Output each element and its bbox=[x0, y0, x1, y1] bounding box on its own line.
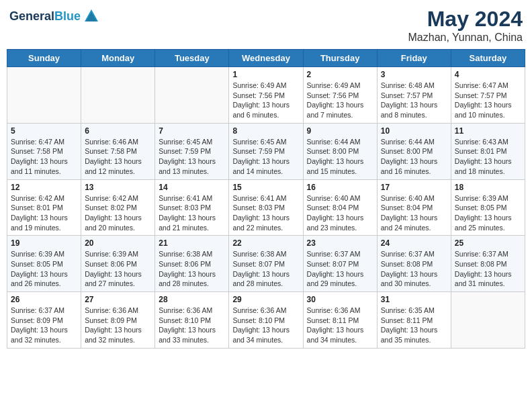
day-info: Sunrise: 6:49 AM Sunset: 7:56 PM Dayligh… bbox=[232, 81, 299, 120]
calendar-day-cell: 29Sunrise: 6:36 AM Sunset: 8:10 PM Dayli… bbox=[229, 292, 303, 349]
day-number: 31 bbox=[381, 295, 447, 304]
calendar-week-row: 12Sunrise: 6:42 AM Sunset: 8:01 PM Dayli… bbox=[7, 179, 525, 236]
calendar-day-cell: 13Sunrise: 6:42 AM Sunset: 8:02 PM Dayli… bbox=[81, 179, 155, 236]
weekday-header: Wednesday bbox=[229, 50, 303, 67]
day-info: Sunrise: 6:42 AM Sunset: 8:02 PM Dayligh… bbox=[85, 193, 151, 233]
day-info: Sunrise: 6:35 AM Sunset: 8:11 PM Dayligh… bbox=[381, 306, 447, 345]
day-number: 1 bbox=[232, 70, 299, 79]
logo-text: GeneralBlue bbox=[9, 10, 81, 22]
calendar-day-cell: 14Sunrise: 6:41 AM Sunset: 8:03 PM Dayli… bbox=[155, 179, 229, 236]
calendar-day-cell: 11Sunrise: 6:43 AM Sunset: 8:01 PM Dayli… bbox=[451, 123, 525, 179]
day-number: 22 bbox=[232, 238, 299, 248]
calendar-day-cell: 23Sunrise: 6:37 AM Sunset: 8:07 PM Dayli… bbox=[303, 236, 377, 292]
main-title: May 2024 bbox=[408, 7, 523, 32]
day-info: Sunrise: 6:44 AM Sunset: 8:00 PM Dayligh… bbox=[381, 137, 447, 177]
day-info: Sunrise: 6:36 AM Sunset: 8:10 PM Dayligh… bbox=[232, 306, 299, 345]
calendar-header-row: SundayMondayTuesdayWednesdayThursdayFrid… bbox=[7, 50, 525, 67]
day-info: Sunrise: 6:45 AM Sunset: 7:59 PM Dayligh… bbox=[159, 137, 225, 177]
day-number: 3 bbox=[381, 70, 447, 79]
weekday-header: Saturday bbox=[451, 50, 525, 67]
calendar-day-cell: 15Sunrise: 6:41 AM Sunset: 8:03 PM Dayli… bbox=[229, 179, 303, 236]
day-number: 13 bbox=[85, 183, 151, 192]
calendar-day-cell: 26Sunrise: 6:37 AM Sunset: 8:09 PM Dayli… bbox=[7, 292, 81, 349]
day-number: 19 bbox=[11, 238, 77, 248]
calendar-day-cell: 21Sunrise: 6:38 AM Sunset: 8:06 PM Dayli… bbox=[155, 236, 229, 292]
day-info: Sunrise: 6:39 AM Sunset: 8:06 PM Dayligh… bbox=[85, 249, 151, 289]
day-number: 27 bbox=[85, 295, 151, 304]
day-info: Sunrise: 6:46 AM Sunset: 7:58 PM Dayligh… bbox=[85, 137, 151, 177]
weekday-header: Thursday bbox=[303, 50, 377, 67]
page-header: GeneralBlue May 2024 Mazhan, Yunnan, Chi… bbox=[7, 7, 525, 44]
weekday-header: Sunday bbox=[7, 50, 81, 67]
calendar-day-cell: 12Sunrise: 6:42 AM Sunset: 8:01 PM Dayli… bbox=[7, 179, 81, 236]
day-number: 24 bbox=[381, 238, 447, 248]
calendar-day-cell: 30Sunrise: 6:36 AM Sunset: 8:11 PM Dayli… bbox=[303, 292, 377, 349]
calendar-day-cell: 27Sunrise: 6:36 AM Sunset: 8:09 PM Dayli… bbox=[81, 292, 155, 349]
calendar-table: SundayMondayTuesdayWednesdayThursdayFrid… bbox=[7, 49, 525, 349]
day-info: Sunrise: 6:39 AM Sunset: 8:05 PM Dayligh… bbox=[455, 193, 521, 233]
calendar-day-cell: 17Sunrise: 6:40 AM Sunset: 8:04 PM Dayli… bbox=[377, 179, 451, 236]
day-number: 21 bbox=[159, 238, 225, 248]
calendar-day-cell: 31Sunrise: 6:35 AM Sunset: 8:11 PM Dayli… bbox=[377, 292, 451, 349]
calendar-week-row: 5Sunrise: 6:47 AM Sunset: 7:58 PM Daylig… bbox=[7, 123, 525, 179]
calendar-day-cell: 20Sunrise: 6:39 AM Sunset: 8:06 PM Dayli… bbox=[81, 236, 155, 292]
day-number: 23 bbox=[307, 238, 373, 248]
weekday-header: Monday bbox=[81, 50, 155, 67]
calendar-day-cell: 19Sunrise: 6:39 AM Sunset: 8:05 PM Dayli… bbox=[7, 236, 81, 292]
day-number: 29 bbox=[232, 295, 299, 304]
day-number: 8 bbox=[232, 126, 299, 136]
day-number: 7 bbox=[159, 126, 225, 136]
day-number: 18 bbox=[455, 183, 521, 192]
calendar-day-cell: 4Sunrise: 6:47 AM Sunset: 7:57 PM Daylig… bbox=[451, 67, 525, 124]
sub-title: Mazhan, Yunnan, China bbox=[408, 32, 523, 44]
day-number: 28 bbox=[159, 295, 225, 304]
day-number: 9 bbox=[307, 126, 373, 136]
day-number: 20 bbox=[85, 238, 151, 248]
day-info: Sunrise: 6:36 AM Sunset: 8:09 PM Dayligh… bbox=[85, 306, 151, 345]
calendar-day-cell: 2Sunrise: 6:49 AM Sunset: 7:56 PM Daylig… bbox=[303, 67, 377, 124]
calendar-day-cell bbox=[451, 292, 525, 349]
day-info: Sunrise: 6:38 AM Sunset: 8:07 PM Dayligh… bbox=[232, 249, 299, 289]
day-number: 6 bbox=[85, 126, 151, 136]
day-number: 14 bbox=[159, 183, 225, 192]
calendar-week-row: 1Sunrise: 6:49 AM Sunset: 7:56 PM Daylig… bbox=[7, 67, 525, 124]
calendar-day-cell: 6Sunrise: 6:46 AM Sunset: 7:58 PM Daylig… bbox=[81, 123, 155, 179]
calendar-week-row: 26Sunrise: 6:37 AM Sunset: 8:09 PM Dayli… bbox=[7, 292, 525, 349]
day-number: 16 bbox=[307, 183, 373, 192]
calendar-day-cell bbox=[81, 67, 155, 124]
day-info: Sunrise: 6:40 AM Sunset: 8:04 PM Dayligh… bbox=[307, 193, 373, 233]
day-info: Sunrise: 6:39 AM Sunset: 8:05 PM Dayligh… bbox=[11, 249, 77, 289]
day-number: 25 bbox=[455, 238, 521, 248]
day-info: Sunrise: 6:41 AM Sunset: 8:03 PM Dayligh… bbox=[232, 193, 299, 233]
day-info: Sunrise: 6:36 AM Sunset: 8:10 PM Dayligh… bbox=[159, 306, 225, 345]
calendar-day-cell: 16Sunrise: 6:40 AM Sunset: 8:04 PM Dayli… bbox=[303, 179, 377, 236]
logo-icon bbox=[82, 7, 101, 26]
day-info: Sunrise: 6:44 AM Sunset: 8:00 PM Dayligh… bbox=[307, 137, 373, 177]
calendar-day-cell: 7Sunrise: 6:45 AM Sunset: 7:59 PM Daylig… bbox=[155, 123, 229, 179]
calendar-day-cell: 8Sunrise: 6:45 AM Sunset: 7:59 PM Daylig… bbox=[229, 123, 303, 179]
calendar-day-cell: 3Sunrise: 6:48 AM Sunset: 7:57 PM Daylig… bbox=[377, 67, 451, 124]
day-number: 10 bbox=[381, 126, 447, 136]
day-number: 4 bbox=[455, 70, 521, 79]
calendar-day-cell bbox=[155, 67, 229, 124]
weekday-header: Friday bbox=[377, 50, 451, 67]
calendar-day-cell: 10Sunrise: 6:44 AM Sunset: 8:00 PM Dayli… bbox=[377, 123, 451, 179]
calendar-day-cell: 22Sunrise: 6:38 AM Sunset: 8:07 PM Dayli… bbox=[229, 236, 303, 292]
day-info: Sunrise: 6:49 AM Sunset: 7:56 PM Dayligh… bbox=[307, 81, 373, 120]
day-number: 5 bbox=[11, 126, 77, 136]
day-info: Sunrise: 6:36 AM Sunset: 8:11 PM Dayligh… bbox=[307, 306, 373, 345]
day-number: 15 bbox=[232, 183, 299, 192]
day-info: Sunrise: 6:38 AM Sunset: 8:06 PM Dayligh… bbox=[159, 249, 225, 289]
day-info: Sunrise: 6:37 AM Sunset: 8:08 PM Dayligh… bbox=[381, 249, 447, 289]
calendar-day-cell: 28Sunrise: 6:36 AM Sunset: 8:10 PM Dayli… bbox=[155, 292, 229, 349]
calendar-day-cell: 24Sunrise: 6:37 AM Sunset: 8:08 PM Dayli… bbox=[377, 236, 451, 292]
day-info: Sunrise: 6:48 AM Sunset: 7:57 PM Dayligh… bbox=[381, 81, 447, 120]
day-number: 2 bbox=[307, 70, 373, 79]
day-number: 17 bbox=[381, 183, 447, 192]
calendar-day-cell: 1Sunrise: 6:49 AM Sunset: 7:56 PM Daylig… bbox=[229, 67, 303, 124]
day-info: Sunrise: 6:37 AM Sunset: 8:07 PM Dayligh… bbox=[307, 249, 373, 289]
day-info: Sunrise: 6:43 AM Sunset: 8:01 PM Dayligh… bbox=[455, 137, 521, 177]
day-number: 12 bbox=[11, 183, 77, 192]
calendar-day-cell: 18Sunrise: 6:39 AM Sunset: 8:05 PM Dayli… bbox=[451, 179, 525, 236]
day-info: Sunrise: 6:42 AM Sunset: 8:01 PM Dayligh… bbox=[11, 193, 77, 233]
